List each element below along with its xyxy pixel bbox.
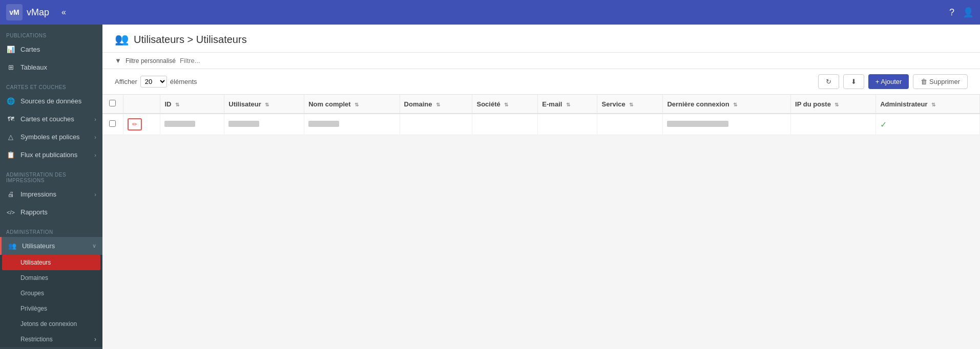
row-edit-cell: ✏ — [123, 114, 160, 135]
section-label-cartes-couches: Cartes et couches — [0, 76, 102, 92]
flux-icon: 📋 — [6, 151, 15, 159]
filter-label: Filtre personnalisé — [126, 57, 176, 64]
page-title-text: Utilisateurs > Utilisateurs — [134, 34, 247, 46]
sidebar-item-flux[interactable]: 📋 Flux et publications › — [0, 146, 102, 164]
submenu-restrictions-label: Restrictions — [20, 336, 53, 343]
table-wrapper: ID ⇅ Utilisateur ⇅ Nom complet ⇅ Domai — [102, 95, 980, 135]
user-button[interactable]: 👤 — [963, 7, 974, 18]
sidebar-item-rapports[interactable]: </> Rapports — [0, 203, 102, 221]
section-label-publications: Publications — [0, 25, 102, 40]
collapse-sidebar-button[interactable]: « — [61, 8, 66, 17]
topbar-actions: ? 👤 — [949, 7, 974, 18]
sidebar-item-impressions[interactable]: 🖨 Impressions › — [0, 185, 102, 203]
sidebar-item-flux-label: Flux et publications — [20, 151, 89, 159]
chevron-right-icon-3: › — [94, 152, 96, 158]
sidebar-item-symboles[interactable]: △ Symboles et polices › — [0, 128, 102, 146]
col-admin-label: Administrateur — [880, 100, 927, 108]
utilisateur-value — [228, 121, 259, 127]
utilisateurs-submenu: Utilisateurs Domaines Groupes Privilèges… — [0, 255, 102, 347]
col-societe[interactable]: Société ⇅ — [472, 95, 538, 114]
sort-email-icon: ⇅ — [566, 102, 570, 107]
submenu-item-jetons[interactable]: Jetons de connexion — [0, 316, 102, 332]
app-title: vMap — [27, 7, 49, 18]
row-checkbox[interactable] — [109, 120, 116, 127]
table-row: ✏ ✓ — [102, 114, 980, 135]
elements-label: éléments — [170, 78, 197, 85]
show-select[interactable]: 20 50 100 — [140, 76, 167, 88]
chevron-right-icon-4: › — [94, 191, 96, 198]
sort-nom-icon: ⇅ — [355, 102, 359, 107]
connexion-value — [667, 121, 728, 127]
col-id[interactable]: ID ⇅ — [160, 95, 224, 114]
sidebar-item-tableaux-label: Tableaux — [20, 63, 96, 71]
sort-ip-icon: ⇅ — [835, 102, 839, 107]
row-service-cell — [597, 114, 663, 135]
chevron-right-icon: › — [94, 116, 96, 122]
add-button[interactable]: + Ajouter — [868, 74, 909, 89]
col-utilisateur-label: Utilisateur — [228, 100, 261, 108]
delete-button[interactable]: 🗑 Supprimer — [913, 74, 968, 89]
page-header: 👥 Utilisateurs > Utilisateurs — [102, 25, 980, 53]
symboles-icon: △ — [6, 133, 15, 141]
download-button[interactable]: ⬇ — [843, 74, 864, 89]
toolbar-actions: ↻ ⬇ + Ajouter 🗑 Supprimer — [818, 74, 968, 89]
content-area: 👥 Utilisateurs > Utilisateurs ▼ Filtre p… — [102, 25, 980, 349]
show-label: Afficher — [115, 78, 137, 85]
sidebar-item-symboles-label: Symboles et polices — [20, 133, 89, 141]
col-admin[interactable]: Administrateur ⇅ — [876, 95, 980, 114]
logo-icon: vM — [6, 4, 23, 20]
row-domaine-cell — [400, 114, 472, 135]
sidebar-item-sources[interactable]: 🌐 Sources de données — [0, 92, 102, 110]
col-service[interactable]: Service ⇅ — [597, 95, 663, 114]
toolbar: Afficher 20 50 100 éléments ↻ ⬇ + Ajoute… — [102, 69, 980, 95]
submenu-item-restrictions[interactable]: Restrictions › — [0, 332, 102, 347]
row-id-cell — [160, 114, 224, 135]
col-nom-complet[interactable]: Nom complet ⇅ — [304, 95, 400, 114]
chevron-down-icon: ∨ — [92, 243, 96, 249]
tableaux-icon: ⊞ — [6, 63, 15, 71]
users-table: ID ⇅ Utilisateur ⇅ Nom complet ⇅ Domai — [102, 95, 980, 135]
submenu-item-domaines[interactable]: Domaines — [0, 270, 102, 286]
col-connexion[interactable]: Dernière connexion ⇅ — [663, 95, 791, 114]
refresh-button[interactable]: ↻ — [818, 74, 839, 89]
col-domaine-label: Domaine — [404, 100, 432, 108]
col-nom-complet-label: Nom complet — [308, 100, 350, 108]
sidebar-item-utilisateurs[interactable]: 👥 Utilisateurs ∨ — [0, 237, 102, 255]
col-email[interactable]: E-mail ⇅ — [538, 95, 597, 114]
sort-service-icon: ⇅ — [629, 102, 633, 107]
sort-connexion-icon: ⇅ — [733, 102, 737, 107]
submenu-item-groupes[interactable]: Groupes — [0, 286, 102, 301]
submenu-item-privileges[interactable]: Privilèges — [0, 301, 102, 316]
sidebar-item-cartes[interactable]: 📊 Cartes — [0, 40, 102, 58]
row-ip-cell — [791, 114, 876, 135]
nom-value — [308, 121, 339, 127]
col-service-label: Service — [601, 100, 625, 108]
col-edit — [123, 95, 160, 114]
page-title: 👥 Utilisateurs > Utilisateurs — [115, 33, 968, 46]
chevron-right-icon-2: › — [94, 134, 96, 140]
app-logo: vM vMap « — [6, 4, 949, 20]
help-button[interactable]: ? — [949, 7, 954, 18]
row-utilisateur-cell — [224, 114, 304, 135]
col-domaine[interactable]: Domaine ⇅ — [400, 95, 472, 114]
sort-admin-icon: ⇅ — [931, 102, 935, 107]
sidebar-item-cartes-couches[interactable]: 🗺 Cartes et couches › — [0, 110, 102, 128]
edit-row-button[interactable]: ✏ — [128, 118, 142, 130]
col-ip[interactable]: IP du poste ⇅ — [791, 95, 876, 114]
id-value — [164, 121, 195, 127]
col-utilisateur[interactable]: Utilisateur ⇅ — [224, 95, 304, 114]
col-connexion-label: Dernière connexion — [667, 100, 729, 108]
select-all-checkbox[interactable] — [109, 100, 116, 106]
sidebar-item-impressions-label: Impressions — [20, 190, 89, 198]
row-connexion-cell — [663, 114, 791, 135]
filter-input[interactable] — [180, 57, 968, 64]
sidebar-item-sources-label: Sources de données — [20, 97, 96, 105]
submenu-item-utilisateurs[interactable]: Utilisateurs — [2, 255, 100, 270]
sidebar-item-tableaux[interactable]: ⊞ Tableaux — [0, 58, 102, 76]
impressions-icon: 🖨 — [6, 190, 15, 198]
sources-icon: 🌐 — [6, 97, 15, 105]
filter-bar: ▼ Filtre personnalisé — [102, 53, 980, 69]
sort-utilisateur-icon: ⇅ — [265, 102, 269, 107]
col-ip-label: IP du poste — [795, 100, 831, 108]
row-societe-cell — [472, 114, 538, 135]
